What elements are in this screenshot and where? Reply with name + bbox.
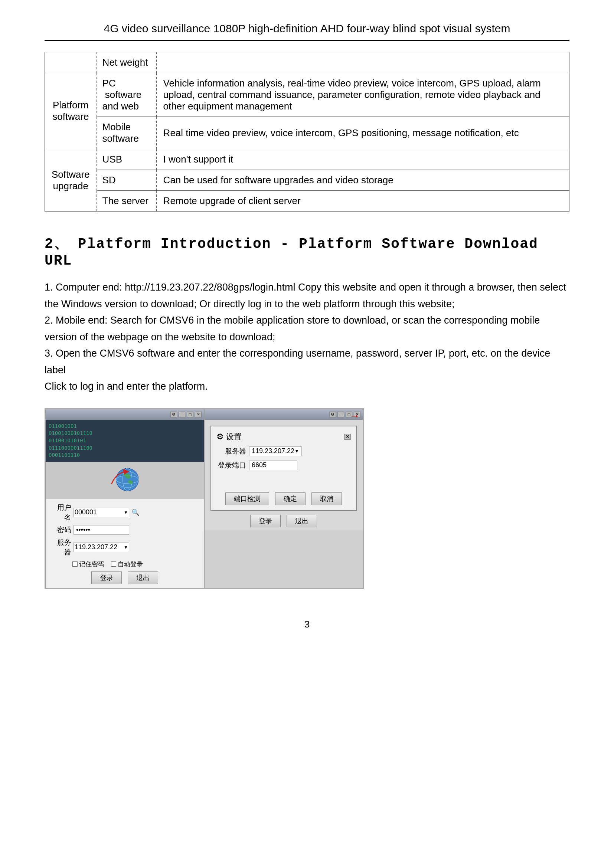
- table-cell-subcategory-usb: USB: [97, 149, 156, 170]
- search-icon[interactable]: 🔍: [132, 508, 140, 516]
- autologin-label: 自动登录: [118, 560, 143, 569]
- password-input[interactable]: ••••••: [73, 525, 129, 535]
- close-settings-btn[interactable]: ✕: [344, 434, 351, 440]
- table-row: Platformsoftware PC softwareand web Vehi…: [45, 73, 569, 117]
- checkbox-row: 记住密码 自动登录: [51, 560, 198, 569]
- username-label: 用户名: [51, 503, 71, 522]
- close-btn-left[interactable]: ✕: [195, 412, 202, 417]
- minimize-btn-left[interactable]: —: [178, 412, 185, 417]
- login-form: 用户名 000001 ▼ 🔍 密码 •••••• 服务器 119.23.207.…: [46, 499, 204, 588]
- paragraph-3: 3. Open the CMSV6 software and enter the…: [45, 348, 550, 375]
- right-titlebar: → ⚙ — □ ✕: [205, 409, 363, 420]
- port-setting-label: 登录端口: [216, 460, 246, 470]
- cancel-btn[interactable]: 取消: [312, 493, 342, 505]
- detect-port-btn[interactable]: 端口检测: [225, 493, 269, 505]
- table-row: Mobilesoftware Real time video preview, …: [45, 117, 569, 149]
- restore-btn-left[interactable]: □: [187, 412, 194, 417]
- table-cell-subcategory-sd: SD: [97, 170, 156, 191]
- table-row: SD Can be used for software upgrades and…: [45, 170, 569, 191]
- remember-label: 记住密码: [79, 560, 104, 569]
- server-setting-label: 服务器: [216, 446, 246, 456]
- table-cell-desc-server: Remote upgrade of client server: [156, 191, 569, 212]
- page-number: 3: [45, 618, 569, 630]
- settings-icon-right[interactable]: ⚙: [329, 412, 336, 417]
- server-setting-row: 服务器 119.23.207.22 ▼: [216, 446, 351, 456]
- red-arrow-icon: →: [349, 410, 360, 422]
- paragraph-2: 2. Mobile end: Search for CMSV6 in the m…: [45, 315, 540, 343]
- table-cell-desc-usb: I won't support it: [156, 149, 569, 170]
- settings-dialog: ⚙ 设置 ✕ 服务器 119.23.207.22 ▼ 登录端口: [211, 426, 357, 511]
- right-panel: → ⚙ — □ ✕ ⚙ 设置 ✕ 服务器 119.23.207.22: [204, 409, 363, 588]
- password-label: 密码: [51, 525, 71, 535]
- settings-icon-left[interactable]: ⚙: [171, 412, 177, 417]
- table-cell-desc-sd: Can be used for software upgrades and vi…: [156, 170, 569, 191]
- section-heading: 2、 Platform Introduction - Platform Soft…: [45, 234, 569, 269]
- table-cell-subcategory-server: The server: [97, 191, 156, 212]
- server-dropdown-icon: ▼: [295, 448, 299, 454]
- auto-login-checkbox[interactable]: 自动登录: [111, 560, 143, 569]
- spec-table: Net weight Platformsoftware PC softwarea…: [45, 52, 569, 212]
- binary-text: 011001001 01001000101110 011001010101 01…: [49, 423, 201, 459]
- table-cell-desc-mobile: Real time video preview, voice intercom,…: [156, 117, 569, 149]
- paragraph-1: 1. Computer end: http://119.23.207.22/80…: [45, 282, 566, 310]
- screenshot-container: ⚙ — □ ✕ 011001001 01001000101110 0110010…: [45, 408, 364, 589]
- server-dropdown-arrow: ▼: [124, 545, 128, 550]
- right-exit-btn[interactable]: 退出: [287, 515, 317, 527]
- globe-area: [46, 462, 204, 499]
- table-row: Net weight: [45, 52, 569, 73]
- confirm-btn[interactable]: 确定: [275, 493, 305, 505]
- globe-icon: [108, 466, 141, 495]
- server-input[interactable]: 119.23.207.22 ▼: [73, 542, 129, 552]
- settings-title: 设置: [226, 432, 242, 442]
- table-cell-subcategory-mobile: Mobilesoftware: [97, 117, 156, 149]
- right-login-btn[interactable]: 登录: [250, 515, 281, 527]
- right-win-content: ⚙ 设置 ✕ 服务器 119.23.207.22 ▼ 登录端口: [205, 420, 363, 530]
- settings-gear-icon: ⚙: [216, 432, 224, 442]
- settings-btn-row: 端口检测 确定 取消: [216, 493, 351, 505]
- left-titlebar: ⚙ — □ ✕: [46, 409, 204, 420]
- table-cell-desc: [156, 52, 569, 73]
- right-main-btn-row: 登录 退出: [208, 515, 360, 527]
- left-login-btn[interactable]: 登录: [91, 572, 122, 584]
- table-cell-category: [45, 52, 97, 73]
- table-cell-subcategory-pc: PC softwareand web: [97, 73, 156, 117]
- server-label-left: 服务器: [51, 538, 71, 557]
- left-btn-row: 登录 退出: [51, 572, 198, 584]
- server-setting-input[interactable]: 119.23.207.22 ▼: [249, 446, 302, 456]
- left-exit-btn[interactable]: 退出: [128, 572, 158, 584]
- table-cell-category-upgrade: Softwareupgrade: [45, 149, 97, 212]
- table-cell-subcategory: Net weight: [97, 52, 156, 73]
- port-setting-row: 登录端口 6605: [216, 460, 351, 470]
- server-row: 服务器 119.23.207.22 ▼: [51, 538, 198, 557]
- username-row: 用户名 000001 ▼ 🔍: [51, 503, 198, 522]
- username-input[interactable]: 000001 ▼: [73, 508, 129, 517]
- body-text: 1. Computer end: http://119.23.207.22/80…: [45, 279, 569, 395]
- table-row: The server Remote upgrade of client serv…: [45, 191, 569, 212]
- page-title: 4G video surveillance 1080P high-definit…: [45, 22, 569, 41]
- autologin-checkbox-box: [111, 561, 116, 567]
- username-dropdown-arrow: ▼: [124, 510, 128, 515]
- table-cell-category-platform: Platformsoftware: [45, 73, 97, 149]
- binary-display: 011001001 01001000101110 011001010101 01…: [46, 420, 204, 462]
- minimize-btn-right[interactable]: —: [338, 412, 344, 417]
- port-setting-input[interactable]: 6605: [249, 460, 297, 470]
- left-panel: ⚙ — □ ✕ 011001001 01001000101110 0110010…: [45, 409, 204, 588]
- remember-password-checkbox[interactable]: 记住密码: [72, 560, 104, 569]
- remember-checkbox-box: [72, 561, 78, 567]
- paragraph-4: Click to log in and enter the platform.: [45, 381, 208, 392]
- table-cell-desc-pc: Vehicle information analysis, real-time …: [156, 73, 569, 117]
- password-row: 密码 ••••••: [51, 525, 198, 535]
- table-row: Softwareupgrade USB I won't support it: [45, 149, 569, 170]
